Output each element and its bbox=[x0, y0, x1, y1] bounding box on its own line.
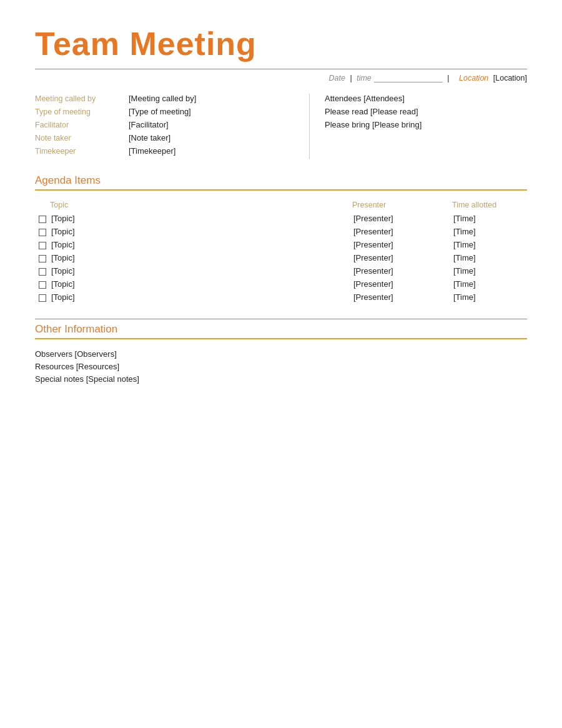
agenda-divider bbox=[35, 189, 527, 191]
topic-cell: [Topic] bbox=[50, 264, 352, 277]
timekeeper-value: [Timekeeper] bbox=[129, 146, 175, 156]
facilitator-value: [Facilitator] bbox=[129, 120, 169, 129]
presenter-cell: [Presenter] bbox=[352, 212, 452, 225]
presenter-cell: [Presenter] bbox=[352, 225, 452, 238]
note-taker-value: [Note taker] bbox=[129, 133, 170, 142]
agenda-row: [Topic] [Presenter] [Time] bbox=[35, 212, 527, 225]
agenda-section-title: Agenda Items bbox=[35, 174, 101, 186]
agenda-row: [Topic] [Presenter] [Time] bbox=[35, 264, 527, 277]
date-label: Date bbox=[329, 74, 345, 82]
timekeeper-label: Timekeeper bbox=[35, 147, 129, 156]
checkbox-icon[interactable] bbox=[39, 216, 46, 223]
info-row-type-of-meeting: Type of meeting [Type of meeting] bbox=[35, 107, 294, 116]
other-item: Observers [Observers] bbox=[35, 349, 527, 359]
checkbox-icon[interactable] bbox=[39, 229, 46, 236]
presenter-cell: [Presenter] bbox=[352, 277, 452, 291]
pipe2: | bbox=[445, 74, 451, 82]
agenda-row: [Topic] [Presenter] [Time] bbox=[35, 277, 527, 291]
other-divider bbox=[35, 338, 527, 339]
topic-cell: [Topic] bbox=[50, 291, 352, 304]
time-input[interactable] bbox=[374, 73, 443, 82]
topic-cell: [Topic] bbox=[50, 277, 352, 291]
col-topic-header: Topic bbox=[50, 201, 352, 212]
attendees-row: Attendees [Attendees] bbox=[325, 94, 527, 103]
facilitator-label: Facilitator bbox=[35, 121, 129, 129]
other-separator-top bbox=[35, 319, 527, 319]
time-cell: [Time] bbox=[452, 264, 527, 277]
pipe1: | bbox=[348, 74, 354, 82]
info-section: Meeting called by [Meeting called by] Ty… bbox=[35, 94, 527, 159]
type-of-meeting-label: Type of meeting bbox=[35, 107, 129, 116]
info-row-facilitator: Facilitator [Facilitator] bbox=[35, 120, 294, 129]
presenter-cell: [Presenter] bbox=[352, 238, 452, 251]
meeting-called-by-label: Meeting called by bbox=[35, 94, 129, 103]
time-cell: [Time] bbox=[452, 238, 527, 251]
info-row-note-taker: Note taker [Note taker] bbox=[35, 133, 294, 142]
agenda-row: [Topic] [Presenter] [Time] bbox=[35, 251, 527, 264]
meeting-called-by-value: [Meeting called by] bbox=[129, 94, 196, 103]
time-cell: [Time] bbox=[452, 225, 527, 238]
checkbox-icon[interactable] bbox=[39, 281, 46, 289]
checkbox-icon[interactable] bbox=[39, 255, 46, 262]
time-label: time bbox=[357, 74, 372, 82]
location-value: [Location] bbox=[491, 74, 527, 82]
topic-cell: [Topic] bbox=[50, 251, 352, 264]
agenda-row: [Topic] [Presenter] [Time] bbox=[35, 225, 527, 238]
please-bring-row: Please bring [Please bring] bbox=[325, 120, 527, 129]
checkbox-cell[interactable] bbox=[35, 277, 50, 291]
agenda-section: Agenda Items Topic Presenter Time allott… bbox=[35, 174, 527, 304]
checkbox-cell[interactable] bbox=[35, 238, 50, 251]
agenda-row: [Topic] [Presenter] [Time] bbox=[35, 238, 527, 251]
topic-cell: [Topic] bbox=[50, 212, 352, 225]
time-cell: [Time] bbox=[452, 291, 527, 304]
info-right: Attendees [Attendees] Please read [Pleas… bbox=[310, 94, 527, 159]
checkbox-icon[interactable] bbox=[39, 242, 46, 249]
presenter-cell: [Presenter] bbox=[352, 264, 452, 277]
type-of-meeting-value: [Type of meeting] bbox=[129, 107, 191, 116]
other-section-title: Other Information bbox=[35, 323, 117, 335]
time-cell: [Time] bbox=[452, 277, 527, 291]
col-time-header: Time allotted bbox=[452, 201, 527, 212]
checkbox-cell[interactable] bbox=[35, 264, 50, 277]
col-presenter-header: Presenter bbox=[352, 201, 452, 212]
col-checkbox-header bbox=[35, 201, 50, 212]
date-time-row: Date | time | Location [Location] bbox=[35, 73, 527, 82]
other-rows: Observers [Observers]Resources [Resource… bbox=[35, 349, 527, 384]
topic-cell: [Topic] bbox=[50, 238, 352, 251]
checkbox-cell[interactable] bbox=[35, 212, 50, 225]
presenter-cell: [Presenter] bbox=[352, 291, 452, 304]
time-cell: [Time] bbox=[452, 212, 527, 225]
topic-cell: [Topic] bbox=[50, 225, 352, 238]
info-row-meeting-called-by: Meeting called by [Meeting called by] bbox=[35, 94, 294, 103]
time-cell: [Time] bbox=[452, 251, 527, 264]
info-left: Meeting called by [Meeting called by] Ty… bbox=[35, 94, 310, 159]
info-row-timekeeper: Timekeeper [Timekeeper] bbox=[35, 146, 294, 156]
header-divider bbox=[35, 69, 527, 69]
other-section: Other Information Observers [Observers]R… bbox=[35, 319, 527, 384]
please-read-row: Please read [Please read] bbox=[325, 107, 527, 116]
agenda-row: [Topic] [Presenter] [Time] bbox=[35, 291, 527, 304]
location-label: Location bbox=[459, 74, 488, 82]
other-item: Special notes [Special notes] bbox=[35, 374, 527, 384]
checkbox-cell[interactable] bbox=[35, 251, 50, 264]
other-section-header: Other Information bbox=[35, 323, 527, 336]
checkbox-icon[interactable] bbox=[39, 268, 46, 276]
other-item: Resources [Resources] bbox=[35, 362, 527, 371]
checkbox-cell[interactable] bbox=[35, 291, 50, 304]
note-taker-label: Note taker bbox=[35, 134, 129, 142]
checkbox-cell[interactable] bbox=[35, 225, 50, 238]
presenter-cell: [Presenter] bbox=[352, 251, 452, 264]
checkbox-icon[interactable] bbox=[39, 294, 46, 302]
page-title: Team Meeting bbox=[35, 25, 527, 62]
agenda-table: Topic Presenter Time allotted [Topic] [P… bbox=[35, 201, 527, 304]
agenda-section-header: Agenda Items bbox=[35, 174, 527, 187]
